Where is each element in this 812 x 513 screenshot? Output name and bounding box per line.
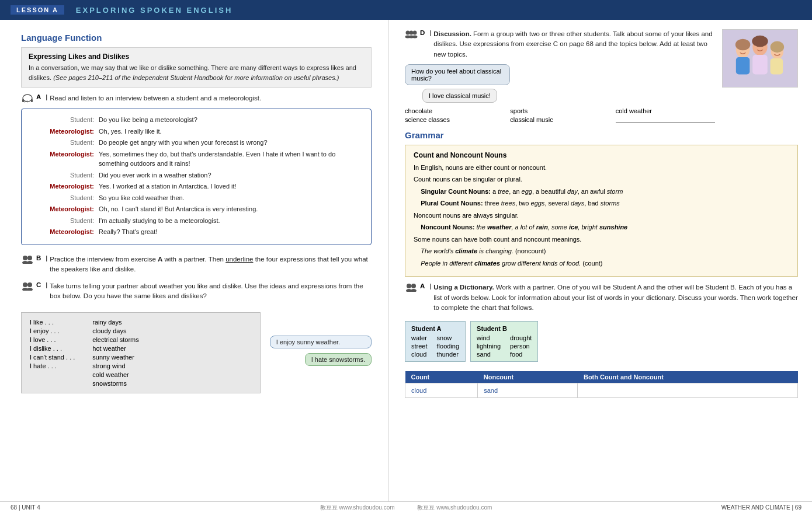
topic-item: sports bbox=[510, 107, 609, 114]
svg-point-28 bbox=[407, 284, 411, 288]
word-item: I love . . . bbox=[30, 336, 75, 343]
group-icon-c bbox=[21, 281, 34, 291]
dialog-text: Yes. I worked at a station in Antarctica… bbox=[99, 182, 363, 191]
dialog-speaker: Meteorologist: bbox=[30, 182, 94, 191]
left-page: Language Function Expressing Likes and D… bbox=[0, 20, 388, 501]
count-table-header: Count bbox=[405, 371, 478, 383]
chat-bubble-answer: I love classical music! bbox=[422, 89, 497, 103]
website-left: 教豆豆 www.shudoudou.com bbox=[320, 504, 395, 511]
svg-rect-20 bbox=[736, 57, 750, 74]
grammar-line: Noncount Nouns: the weather, a lot of ra… bbox=[414, 222, 789, 232]
svg-point-29 bbox=[411, 284, 416, 288]
dialog-speaker: Student: bbox=[30, 138, 94, 148]
word-col-1: I like . . .I enjoy . . .I love . . .I d… bbox=[30, 319, 75, 387]
exercise-a-row: 4-4 A | Read and listen to an interview … bbox=[21, 93, 372, 104]
dict-word: street bbox=[411, 343, 428, 350]
language-function-heading: Language Function bbox=[21, 33, 372, 43]
exercise-b-text: Practice the interview from exercise A w… bbox=[50, 254, 372, 275]
exercise-c-row: C | Take turns telling your partner abou… bbox=[21, 281, 372, 302]
grammar-line: Plural Count Nouns: three trees, two egg… bbox=[414, 198, 789, 208]
exercise-a-text: Read and listen to an interview between … bbox=[50, 93, 372, 103]
dict-word: thunder bbox=[437, 351, 460, 358]
svg-point-14 bbox=[413, 31, 417, 35]
word-item: cloudy days bbox=[92, 327, 138, 334]
table-cell: cloud bbox=[405, 383, 478, 398]
dialog-row: Meteorologist:Oh, no. I can't stand it! … bbox=[30, 204, 363, 214]
dialog-row: Meteorologist:Yes. I worked at a station… bbox=[30, 182, 363, 191]
table-row: cloudsand bbox=[405, 383, 798, 398]
svg-rect-22 bbox=[752, 55, 767, 74]
lang-func-box-text: In a conversation, we may say that we li… bbox=[29, 63, 364, 82]
dialog-text: Do you like being a meteorologist? bbox=[99, 115, 363, 125]
dialog-row: Student:Do you like being a meteorologis… bbox=[30, 115, 363, 125]
word-item: cold weather bbox=[92, 371, 138, 378]
dialog-row: Student:Do people get angry with you whe… bbox=[30, 138, 363, 148]
svg-point-11 bbox=[27, 288, 33, 291]
word-item: sunny weather bbox=[92, 354, 138, 361]
topic-item: science classes bbox=[405, 116, 504, 123]
student_a-title: Student A bbox=[411, 325, 459, 332]
speech-bubble-2: I hate snowstorms. bbox=[305, 353, 372, 366]
dict-word: sand bbox=[477, 351, 501, 358]
dialog-speaker: Student: bbox=[30, 216, 94, 226]
dialog-text: I'm actually studying to be a meteorolog… bbox=[99, 216, 363, 226]
dialog-speaker: Meteorologist: bbox=[30, 227, 94, 237]
svg-point-7 bbox=[27, 261, 33, 264]
svg-point-25 bbox=[735, 39, 750, 51]
word-item: I hate . . . bbox=[30, 362, 75, 369]
count-noncount-table: CountNoncountBoth Count and Noncountclou… bbox=[405, 371, 798, 398]
dialog-speaker: Student: bbox=[30, 170, 94, 180]
dialog-text: Yes, sometimes they do, but that's under… bbox=[99, 149, 363, 169]
word-item: I like . . . bbox=[30, 319, 75, 326]
page-number-left: 68 bbox=[11, 504, 17, 511]
headphone-icon: 4-4 bbox=[21, 93, 34, 104]
dialog-speaker: Meteorologist: bbox=[30, 149, 94, 169]
exercise-d-row: D | Discussion. Form a group with two or… bbox=[405, 29, 715, 60]
grammar-heading: Grammar bbox=[405, 130, 798, 140]
svg-point-13 bbox=[410, 31, 414, 35]
dict-word: drought bbox=[510, 334, 532, 341]
word-item: strong wind bbox=[92, 362, 138, 369]
dialog-speaker: Meteorologist: bbox=[30, 127, 94, 137]
language-function-box: Expressing Likes and Dislikes In a conve… bbox=[21, 47, 372, 88]
grammar-line: People in different climates grow differ… bbox=[414, 259, 789, 268]
main-content: Language Function Expressing Likes and D… bbox=[0, 20, 812, 501]
svg-point-8 bbox=[23, 282, 27, 287]
student_b-grid: winddroughtlightningpersonsandfood bbox=[477, 334, 532, 358]
topic-item bbox=[616, 116, 715, 123]
unit-label-right: WEATHER AND CLIMATE bbox=[721, 504, 790, 511]
dict-word: person bbox=[510, 343, 532, 350]
topic-item: cold weather bbox=[616, 107, 715, 114]
discussion-bold: Discussion. bbox=[433, 30, 471, 37]
group-icon-b bbox=[21, 254, 34, 264]
group-icon-a2 bbox=[405, 282, 418, 292]
lesson-label: LESSON A bbox=[11, 5, 64, 15]
exercise-a2-text: Using a Dictionary. Work with a partner.… bbox=[433, 282, 798, 313]
dict-word: food bbox=[510, 351, 532, 358]
dialog-text: Really? That's great! bbox=[99, 227, 363, 237]
exercise-d-label: D bbox=[420, 29, 425, 36]
website-right: 教豆豆 www.shudoudou.com bbox=[417, 504, 492, 511]
pipe-a2: | bbox=[429, 282, 431, 289]
student_a-grid: watersnowstreetfloodingcloudthunder bbox=[411, 334, 459, 358]
word-item: rainy days bbox=[92, 319, 138, 326]
grammar-line: Noncount nouns are always singular. bbox=[414, 211, 789, 221]
svg-point-9 bbox=[27, 282, 32, 287]
table-cell: sand bbox=[478, 383, 578, 398]
word-box: I like . . .I enjoy . . .I love . . .I d… bbox=[21, 312, 261, 393]
grammar-lines: In English, nouns are either count or no… bbox=[414, 163, 789, 268]
page-header: LESSON A EXPLORING SPOKEN ENGLISH bbox=[0, 0, 812, 20]
svg-point-17 bbox=[412, 36, 418, 39]
unit-label-left: UNIT 4 bbox=[22, 504, 40, 511]
svg-point-27 bbox=[771, 41, 785, 53]
grammar-box: Count and Noncount Nouns In English, nou… bbox=[405, 145, 798, 277]
word-col-2: rainy dayscloudy dayselectrical stormsho… bbox=[92, 319, 138, 387]
discussion-text-body: Form a group with two or three other stu… bbox=[433, 30, 712, 58]
grammar-line: Some nouns can have both count and nonco… bbox=[414, 235, 789, 245]
dialog-speaker: Student: bbox=[30, 115, 94, 125]
word-item: hot weather bbox=[92, 345, 138, 352]
right-page: D | Discussion. Form a group with two or… bbox=[388, 20, 812, 501]
student-a-table: Student Awatersnowstreetfloodingcloudthu… bbox=[405, 321, 466, 362]
dialog-text: Oh, yes. I really like it. bbox=[99, 127, 363, 137]
count-table-header: Noncount bbox=[478, 371, 578, 383]
